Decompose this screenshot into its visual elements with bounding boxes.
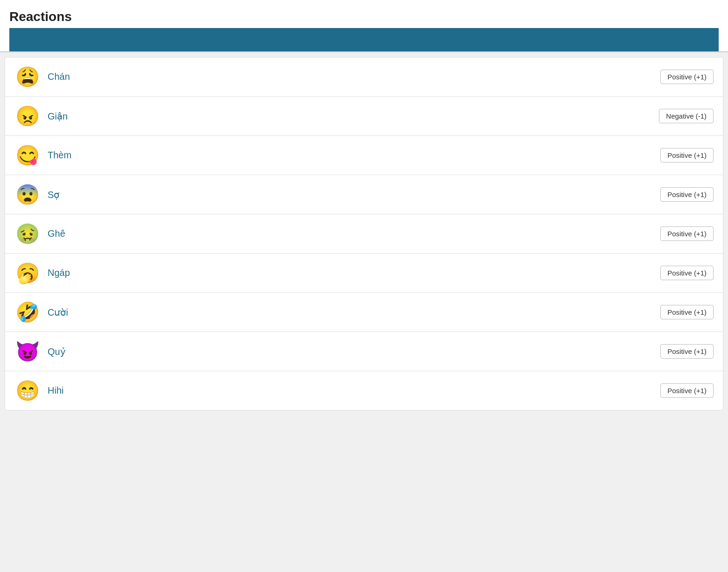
reaction-name-them: Thèm [48, 150, 660, 161]
emoji-gian: 😠 [14, 103, 40, 129]
emoji-hihi: 😁 [14, 378, 40, 403]
blue-bar [9, 28, 719, 51]
emoji-ngap: 🥱 [14, 260, 40, 286]
emoji-quy: 😈 [14, 339, 40, 364]
sentiment-badge-ghe[interactable]: Positive (+1) [660, 226, 714, 241]
sentiment-badge-chan[interactable]: Positive (+1) [660, 70, 714, 84]
reaction-row[interactable]: 🤣CườiPositive (+1) [5, 293, 723, 332]
reaction-row[interactable]: 🥱NgápPositive (+1) [5, 254, 723, 293]
divider [0, 51, 728, 52]
sentiment-badge-quy[interactable]: Positive (+1) [660, 344, 714, 359]
reaction-name-so: Sợ [48, 189, 660, 200]
sentiment-badge-so[interactable]: Positive (+1) [660, 187, 714, 202]
emoji-cuoi: 🤣 [14, 299, 40, 325]
reaction-name-chan: Chán [48, 71, 660, 82]
sentiment-badge-cuoi[interactable]: Positive (+1) [660, 305, 714, 319]
sentiment-badge-them[interactable]: Positive (+1) [660, 148, 714, 162]
reaction-row[interactable]: 😩ChánPositive (+1) [5, 57, 723, 97]
reaction-name-gian: Giận [48, 111, 659, 122]
reaction-row[interactable]: 😠GiậnNegative (-1) [5, 97, 723, 136]
reaction-name-ghe: Ghê [48, 228, 660, 239]
reactions-list: 😩ChánPositive (+1)😠GiậnNegative (-1)😋Thè… [5, 57, 723, 410]
emoji-ghe: 🤢 [14, 221, 40, 247]
reaction-row[interactable]: 😁HihiPositive (+1) [5, 371, 723, 410]
reaction-name-ngap: Ngáp [48, 268, 660, 278]
emoji-chan: 😩 [14, 64, 40, 90]
reaction-name-cuoi: Cười [48, 307, 660, 318]
reaction-row[interactable]: 🤢GhêPositive (+1) [5, 214, 723, 254]
reaction-row[interactable]: 😈QuỷPositive (+1) [5, 332, 723, 371]
reaction-row[interactable]: 😋ThèmPositive (+1) [5, 136, 723, 175]
emoji-them: 😋 [14, 142, 40, 168]
emoji-so: 😨 [14, 182, 40, 207]
sentiment-badge-gian[interactable]: Negative (-1) [659, 109, 714, 123]
sentiment-badge-hihi[interactable]: Positive (+1) [660, 383, 714, 398]
sentiment-badge-ngap[interactable]: Positive (+1) [660, 266, 714, 280]
reaction-name-quy: Quỷ [48, 346, 660, 357]
reaction-row[interactable]: 😨SợPositive (+1) [5, 175, 723, 214]
reaction-name-hihi: Hihi [48, 385, 660, 396]
page-title: Reactions [9, 5, 719, 28]
